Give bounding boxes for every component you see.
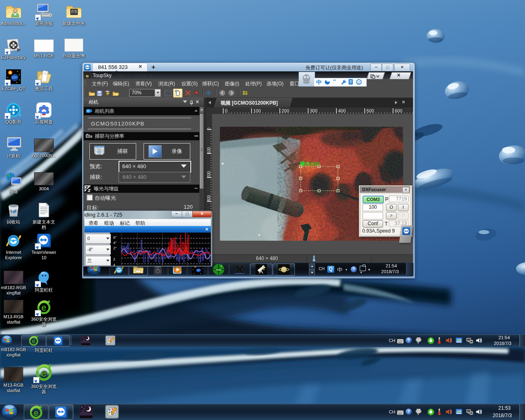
svg-text:e: e <box>41 302 47 313</box>
svg-text:2: 2 <box>221 265 222 267</box>
svg-text:100: 100 <box>207 147 211 154</box>
svg-text:4: 4 <box>113 263 115 266</box>
svg-text:e: e <box>34 407 39 418</box>
svg-text:300: 300 <box>207 195 211 202</box>
svg-text:0: 0 <box>207 128 211 130</box>
svg-text:曝光: 曝光 <box>300 161 310 167</box>
svg-text:6'': 6'' <box>113 235 117 240</box>
svg-text:e: e <box>41 367 47 379</box>
svg-text:PHD: PHD <box>216 269 221 271</box>
svg-text:4'': 4'' <box>113 241 117 245</box>
svg-text:e: e <box>32 337 36 345</box>
svg-text:2'': 2'' <box>113 246 117 250</box>
svg-text:2: 2 <box>113 257 115 261</box>
svg-text:200: 200 <box>207 171 211 178</box>
svg-text:0: 0 <box>225 108 228 113</box>
